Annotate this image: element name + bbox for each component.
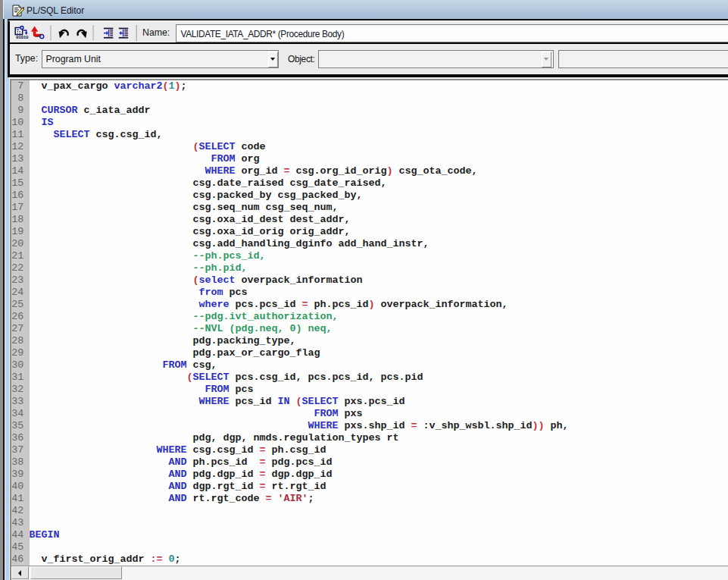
svg-text:01010: 01010 xyxy=(16,35,29,40)
